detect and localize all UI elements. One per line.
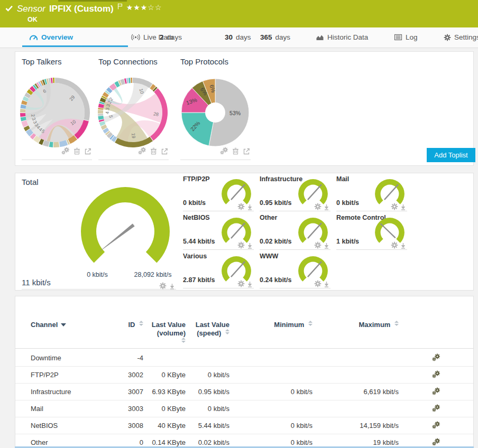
pin-icon[interactable]: [247, 203, 253, 212]
add-toplist-button[interactable]: Add Toplist: [427, 148, 475, 162]
cell: [238, 400, 312, 417]
gauge-min-label: 0 kbit/s: [76, 271, 118, 278]
column-header-minimum[interactable]: Minimum: [238, 321, 312, 329]
sensor-header: Sensor IPFIX (Custom) ★★★☆☆ OK: [0, 0, 478, 27]
live-icon: [131, 34, 140, 41]
sensor-type-label: Sensor: [17, 4, 45, 14]
gear-icon[interactable]: [159, 282, 167, 292]
pin-icon[interactable]: [324, 241, 329, 251]
cell: 3007: [101, 384, 143, 400]
tab-days[interactable]: 2 days: [160, 27, 182, 47]
sort-icon[interactable]: [225, 329, 229, 334]
channel-settings-gear-icon[interactable]: [432, 404, 440, 414]
sort-icon[interactable]: [308, 321, 312, 326]
top-decorative-strip: [58, 0, 127, 2]
tab-days[interactable]: 30 days: [225, 27, 251, 47]
sort-icon[interactable]: [181, 338, 186, 343]
total-gauge-chart: [80, 186, 170, 276]
channel-settings-gear-icon[interactable]: [432, 387, 440, 397]
channel-gauge-value: 0 kbit/s: [336, 199, 359, 207]
channel-gauge-title: Various: [183, 253, 207, 260]
channel-gauge-title: WWW: [260, 253, 278, 260]
sort-icon[interactable]: [394, 321, 399, 326]
channel-gauge-value: 0.95 kbit/s: [260, 199, 291, 207]
cell: 0 kbit/s: [238, 384, 312, 400]
gear-icon[interactable]: [314, 241, 321, 251]
gauges-panel: Total 0 kbit/s 28,092 kbit/s 11 kbit/s F…: [15, 173, 474, 291]
total-gauge-actions: [159, 282, 175, 292]
cell: 3002: [101, 367, 143, 383]
table-rows: Downtime-4FTP/P2P30020 KByte0 kbit/sInfr…: [15, 350, 473, 448]
ok-check-icon: [5, 4, 13, 14]
channel-gauge-actions: [391, 241, 406, 251]
channel-gauge-value: 0.02 kbit/s: [260, 238, 291, 245]
table-row-infrastructure[interactable]: Infrastructure30076.93 KByte0.95 kbit/s0…: [15, 384, 473, 400]
cell: 6,619 kbit/s: [325, 384, 399, 400]
tab-overview[interactable]: Overview: [29, 27, 73, 47]
table-row-ftp-p2p[interactable]: FTP/P2P30020 KByte0 kbit/s: [15, 367, 473, 384]
channel-gauge-cell-netbios: NetBIOS 5.44 kbit/s: [183, 213, 254, 250]
pin-icon[interactable]: [247, 280, 253, 290]
cell: 5.44 kbit/s: [187, 417, 229, 434]
sensor-name: IPFIX (Custom): [49, 4, 114, 14]
status-badge: OK: [27, 16, 38, 23]
toplists-panel: Add Toplist Top Talkers 291062333445 Top…: [15, 51, 474, 166]
channel-gauge-title: Mail: [336, 175, 349, 183]
tab-bar: Overview Live Data 2 days 30 days 365 da…: [0, 27, 478, 48]
channel-gauge-cell-ftp-p2p: FTP/P2P 0 kbit/s: [183, 175, 254, 211]
gear-icon[interactable]: [314, 203, 321, 212]
pin-icon[interactable]: [400, 203, 406, 212]
gear-icon[interactable]: [391, 241, 398, 251]
gear-icon[interactable]: [237, 241, 245, 251]
pin-icon[interactable]: [169, 282, 175, 292]
table-row-downtime[interactable]: Downtime-4: [15, 350, 473, 367]
gear-icon[interactable]: [314, 280, 321, 290]
channel-gauge-value: 0.24 kbit/s: [260, 276, 291, 284]
svg-text:4: 4: [105, 111, 110, 115]
table-row-netbios[interactable]: NetBIOS300840 KByte5.44 kbit/s0 kbit/s14…: [15, 417, 473, 434]
channel-settings-gear-icon[interactable]: [432, 353, 440, 363]
sensor-title-line: Sensor IPFIX (Custom) ★★★☆☆: [5, 4, 162, 14]
column-header-last-value-speed-[interactable]: Last Value(speed): [187, 321, 229, 338]
channel-gauge-actions: [237, 280, 253, 290]
tab-log[interactable]: Log: [394, 27, 418, 47]
cell: 0 kbit/s: [187, 367, 229, 383]
tab-historic-data[interactable]: Historic Data: [316, 27, 368, 47]
cell: 14,159 kbit/s: [325, 417, 399, 434]
pin-icon[interactable]: [324, 280, 329, 290]
connections-chart: 102819223345: [96, 76, 170, 150]
column-header-id[interactable]: ID: [101, 321, 143, 329]
channel-settings-gear-icon[interactable]: [432, 370, 440, 380]
cell: [143, 350, 186, 366]
channel-gauge-cell-infrastructure: Infrastructure 0.95 kbit/s: [260, 175, 330, 211]
cell: 0 kbit/s: [238, 417, 312, 434]
flag-icon[interactable]: [117, 2, 123, 12]
cell: [238, 367, 312, 383]
gear-icon[interactable]: [237, 280, 245, 290]
sort-icon[interactable]: [139, 321, 143, 326]
gear-icon[interactable]: [391, 203, 398, 212]
toplist-title: Top Connections: [98, 57, 169, 66]
table-row-mail[interactable]: Mail30030 KByte0 kbit/s: [15, 400, 473, 417]
column-header-maximum[interactable]: Maximum: [325, 321, 399, 329]
tab-settings[interactable]: Settings: [444, 27, 478, 47]
toplist-title: Top Talkers: [22, 57, 92, 66]
pin-icon[interactable]: [247, 241, 253, 251]
tab-days[interactable]: 365 days: [260, 27, 290, 47]
total-gauge-cell: Total 0 kbit/s 28,092 kbit/s 11 kbit/s: [22, 178, 176, 290]
svg-text:19: 19: [131, 133, 136, 138]
channel-gauge-value: 1 kbit/s: [336, 238, 359, 245]
total-gauge-value: 11 kbit/s: [22, 278, 51, 287]
channel-settings-gear-icon[interactable]: [432, 421, 440, 431]
pin-icon[interactable]: [400, 241, 406, 251]
column-header-last-value-volume-[interactable]: Last Value(volume): [143, 321, 186, 346]
log-icon: [394, 34, 402, 41]
gear-icon[interactable]: [237, 203, 245, 212]
cell: [325, 400, 399, 417]
channel-gauge-value: 5.44 kbit/s: [183, 238, 215, 245]
channel-gauge-cell-remote-control: Remote Control 1 kbit/s: [336, 213, 407, 250]
channel-table-panel: ChannelID Last Value(volume)Last Value(s…: [15, 296, 474, 448]
pin-icon[interactable]: [324, 203, 329, 212]
cell: 3008: [101, 417, 143, 434]
priority-stars[interactable]: ★★★☆☆: [126, 3, 162, 12]
